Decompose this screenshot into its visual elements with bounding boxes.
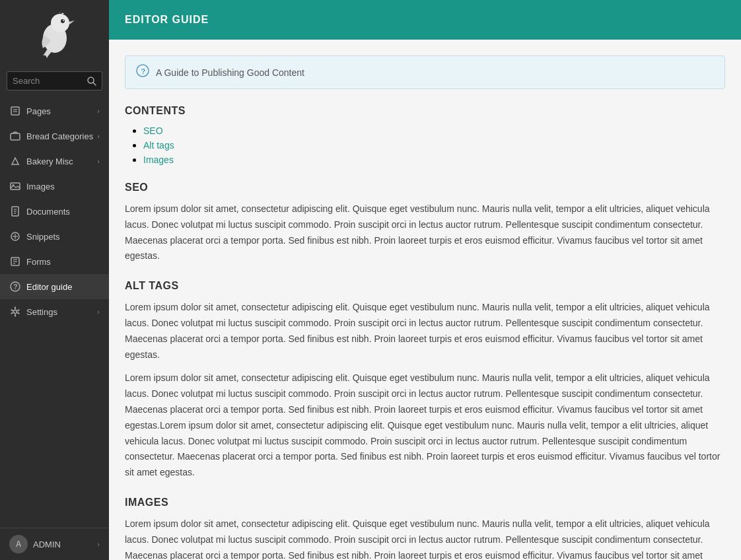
sidebar-nav: Pages › Bread Categories › Bakery M [0,98,109,324]
alt-tags-section: ALT TAGS Lorem ipsum dolor sit amet, con… [125,280,725,481]
sidebar-item-forms[interactable]: Forms [0,249,109,274]
admin-label: ADMIN [33,540,61,549]
svg-rect-10 [11,133,20,140]
svg-marker-2 [69,20,75,24]
images-section: IMAGES Lorem ipsum dolor sit amet, conse… [125,497,725,560]
search-input[interactable] [7,72,82,90]
page-header: EDITOR GUIDE [109,0,741,40]
logo-area [0,0,109,66]
search-container [7,71,102,90]
contents-link-alt-tags[interactable]: Alt tags [143,140,174,151]
alt-tags-heading: ALT TAGS [125,280,725,292]
svg-rect-7 [11,107,19,115]
settings-label: Settings [26,307,97,317]
svg-line-6 [93,83,96,85]
svg-point-29 [14,310,17,314]
admin-area[interactable]: A ADMIN › [0,528,109,560]
svg-text:?: ? [141,67,146,75]
forms-label: Forms [26,257,100,267]
editor-guide-label: Editor guide [26,282,100,292]
sidebar-item-snippets[interactable]: Snippets [0,224,109,249]
search-button[interactable] [82,73,102,90]
bread-categories-label: Bread Categories [26,131,97,141]
alt-tags-paragraph-1: Lorem ipsum dolor sit amet, consectetur … [125,300,725,363]
bread-categories-arrow: › [97,132,100,140]
forms-icon [9,256,21,267]
seo-paragraph-1: Lorem ipsum dolor sit amet, consectetur … [125,201,725,264]
contents-item-seo: SEO [143,125,725,137]
images-label: Images [26,182,100,192]
bakery-misc-icon [9,155,21,167]
contents-link-seo[interactable]: SEO [143,125,163,136]
content-area: ? A Guide to Publishing Good Content CON… [109,40,741,560]
alt-tags-paragraph-2: Lorem ipsum dolor sit amet, consectetur … [125,370,725,481]
sidebar-item-images[interactable]: Images [0,174,109,199]
pages-icon [9,105,21,117]
contents-link-images[interactable]: Images [143,155,174,165]
svg-point-4 [63,20,64,21]
editor-guide-icon: ? [9,281,21,293]
sidebar-item-bakery-misc[interactable]: Bakery Misc › [0,149,109,174]
sidebar-item-editor-guide[interactable]: ? Editor guide [0,274,109,299]
settings-arrow: › [97,308,100,316]
pages-label: Pages [26,106,97,116]
snippets-icon [9,230,21,242]
documents-icon [9,205,21,217]
sidebar-item-settings[interactable]: Settings › [0,299,109,324]
svg-line-11 [12,158,15,164]
svg-line-12 [15,158,18,164]
bakery-misc-arrow: › [97,157,100,165]
svg-text:?: ? [14,283,18,291]
search-area [0,66,109,96]
search-icon [87,77,96,86]
guide-banner: ? A Guide to Publishing Good Content [125,55,725,89]
bakery-misc-label: Bakery Misc [26,157,97,166]
contents-section: CONTENTS SEO Alt tags Images [125,105,725,166]
contents-item-images-link: Images [143,154,725,166]
sidebar: Pages › Bread Categories › Bakery M [0,0,109,560]
seo-section: SEO Lorem ipsum dolor sit amet, consecte… [125,182,725,264]
contents-list: SEO Alt tags Images [125,125,725,166]
pages-arrow: › [97,107,100,115]
images-paragraph-1: Lorem ipsum dolor sit amet, consectetur … [125,516,725,560]
main-content: EDITOR GUIDE ? A Guide to Publishing Goo… [109,0,741,560]
svg-point-1 [51,14,69,32]
images-icon [9,180,21,192]
svg-rect-14 [11,183,20,190]
svg-point-3 [61,19,65,23]
documents-label: Documents [26,207,100,217]
snippets-label: Snippets [26,232,100,242]
seo-heading: SEO [125,182,725,193]
page-title: EDITOR GUIDE [125,14,209,26]
images-heading: IMAGES [125,497,725,508]
bird-logo [35,9,75,58]
settings-icon [9,306,21,318]
bread-categories-icon [9,130,21,142]
contents-item-alt-tags: Alt tags [143,139,725,151]
sidebar-item-pages[interactable]: Pages › [0,98,109,123]
sidebar-item-bread-categories[interactable]: Bread Categories › [0,123,109,149]
banner-text: A Guide to Publishing Good Content [156,67,304,78]
admin-arrow: › [97,540,100,548]
admin-avatar: A [9,535,28,553]
info-icon: ? [136,64,149,81]
contents-title: CONTENTS [125,105,725,117]
sidebar-item-documents[interactable]: Documents [0,199,109,224]
